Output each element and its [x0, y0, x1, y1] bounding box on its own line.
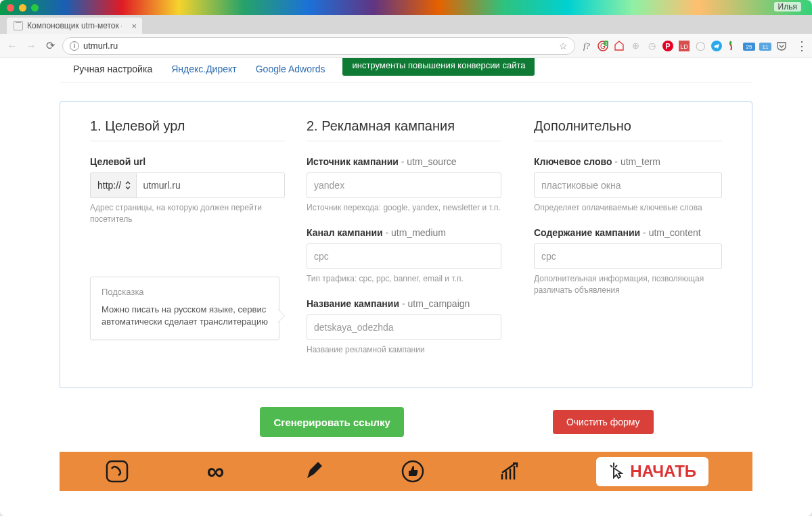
growth-chart-icon	[498, 458, 525, 485]
field-target-url: Целевой url http:// Адрес страницы, на к…	[90, 156, 285, 225]
conversion-tools-button[interactable]: инструменты повышения конверсии сайта	[342, 58, 535, 76]
section-title-2: 2. Рекламная кампания	[307, 118, 501, 141]
svg-text:11: 11	[763, 44, 769, 50]
url-text: utmurl.ru	[83, 41, 559, 51]
medium-hint: Тип трафика: cpc, ppc, banner, email и т…	[307, 273, 501, 285]
column-additional: Дополнительно Ключевое слово - utm_term …	[512, 118, 733, 369]
campaign-label: Название кампании	[307, 298, 399, 309]
clear-form-button[interactable]: Очистить форму	[553, 410, 654, 434]
infinity-icon: ∞	[202, 458, 229, 485]
browser-window: Илья Компоновщик utm-меток — г × ← → ⟳ i…	[0, 0, 812, 516]
medium-param: - utm_medium	[383, 227, 446, 238]
form-actions: Сгенерировать ссылку Очистить форму	[60, 407, 752, 437]
extension-icon[interactable]: 11	[759, 40, 771, 52]
protocol-select[interactable]: http://	[90, 172, 136, 198]
tooltip-body: Можно писать на русском языке, сервис ав…	[102, 304, 268, 329]
medium-label: Канал кампании	[307, 227, 383, 238]
extension-icon[interactable]: ⊕	[629, 40, 641, 52]
extension-icon[interactable]: f?	[581, 40, 593, 52]
banner-square-icon	[104, 458, 131, 485]
extension-icon[interactable]	[727, 40, 739, 52]
back-button[interactable]: ←	[5, 40, 19, 52]
address-bar[interactable]: i utmurl.ru ☆	[62, 37, 575, 55]
thumbs-up-icon	[399, 458, 426, 485]
section-title-3: Дополнительно	[534, 118, 722, 141]
promo-banner[interactable]: ∞ НАЧАТЬ	[60, 452, 752, 491]
window-minimize-button[interactable]	[19, 4, 26, 11]
extension-icon[interactable]: 25	[743, 40, 755, 52]
banner-start-button[interactable]: НАЧАТЬ	[596, 457, 708, 486]
browser-toolbar: ← → ⟳ i utmurl.ru ☆ f? G1 ⊕ ◷ P LD ◯ 25 …	[0, 34, 812, 58]
campaign-param: - utm_campaign	[399, 298, 470, 309]
utm-campaign-input[interactable]	[307, 314, 501, 340]
term-param: - utm_term	[612, 156, 660, 167]
translit-tooltip: Подсказка Можно писать на русском языке,…	[90, 277, 279, 341]
extension-icon[interactable]	[613, 40, 625, 52]
telegram-icon[interactable]	[710, 40, 723, 52]
tab-title: Компоновщик utm-меток — г	[27, 21, 122, 30]
svg-text:P: P	[665, 42, 670, 50]
column-target-url: 1. Целевой урл Целевой url http://	[79, 118, 296, 369]
banner-start-label: НАЧАТЬ	[630, 462, 696, 481]
tab-close-icon[interactable]: ×	[131, 21, 137, 31]
tabs-separator	[60, 82, 752, 83]
column-campaign: 2. Рекламная кампания Источник кампании …	[296, 118, 512, 369]
browser-tabbar: Компоновщик utm-меток — г ×	[0, 15, 812, 34]
browser-tab[interactable]: Компоновщик utm-меток — г ×	[7, 18, 142, 34]
field-utm-content: Содержание кампании - utm_content Дополн…	[534, 227, 722, 296]
pencil-icon	[300, 458, 328, 485]
extension-icons: f? G1 ⊕ ◷ P LD ◯ 25 11	[581, 40, 790, 52]
term-hint: Определяет оплачиваемые ключевые слова	[534, 202, 722, 214]
source-hint: Источник перехода: google, yandex, newsl…	[307, 202, 501, 214]
page-favicon-icon	[14, 21, 23, 30]
chevron-updown-icon	[125, 181, 131, 190]
section-title-1: 1. Целевой урл	[90, 118, 285, 141]
utm-form: 1. Целевой урл Целевой url http://	[60, 101, 752, 388]
cursor-click-icon	[608, 461, 623, 482]
svg-text:25: 25	[746, 44, 752, 50]
window-maximize-button[interactable]	[31, 4, 39, 11]
extension-icon[interactable]: G1	[597, 40, 609, 52]
target-url-hint: Адрес страницы, на которую должен перейт…	[90, 202, 285, 225]
utm-medium-input[interactable]	[307, 243, 501, 269]
field-utm-source: Источник кампании - utm_source Источник …	[307, 156, 501, 214]
extension-icon[interactable]: ◯	[694, 40, 706, 52]
target-url-input[interactable]	[136, 172, 286, 198]
extension-icon[interactable]: ◷	[646, 40, 658, 52]
source-param: - utm_source	[399, 156, 457, 167]
content-param: - utm_content	[640, 227, 701, 238]
page-viewport: Ручная настройка Яндекс.Директ Google Ad…	[0, 58, 812, 516]
field-utm-campaign: Название кампании - utm_campaign Названи…	[307, 298, 501, 356]
source-label: Источник кампании	[307, 156, 399, 167]
utm-source-input[interactable]	[307, 172, 501, 198]
protocol-value: http://	[97, 180, 121, 191]
reload-button[interactable]: ⟳	[43, 39, 57, 52]
browser-menu-icon[interactable]: ⋮	[796, 39, 807, 53]
content-hint: Дополнительная информация, позволяющая р…	[534, 273, 722, 296]
pocket-icon[interactable]	[775, 40, 788, 52]
traffic-lights	[0, 4, 39, 11]
utm-term-input[interactable]	[534, 172, 722, 198]
tab-google-adwords[interactable]: Google Adwords	[246, 60, 335, 82]
macos-titlebar: Илья	[0, 0, 812, 15]
bookmark-star-icon[interactable]: ☆	[559, 41, 568, 51]
svg-text:LD: LD	[680, 43, 688, 50]
profile-name[interactable]: Илья	[774, 2, 801, 11]
target-url-label: Целевой url	[90, 156, 145, 167]
svg-rect-13	[107, 461, 127, 482]
tab-manual[interactable]: Ручная настройка	[64, 60, 162, 82]
content-label: Содержание кампании	[534, 227, 640, 238]
campaign-hint: Название рекламной кампании	[307, 344, 501, 356]
utm-content-input[interactable]	[534, 243, 722, 269]
tab-yandex-direct[interactable]: Яндекс.Директ	[162, 60, 246, 82]
tooltip-title: Подсказка	[102, 287, 268, 297]
site-info-icon[interactable]: i	[70, 41, 79, 51]
pinterest-icon[interactable]: P	[662, 40, 674, 52]
window-close-button[interactable]	[7, 4, 14, 11]
generate-link-button[interactable]: Сгенерировать ссылку	[260, 407, 404, 437]
field-utm-medium: Канал кампании - utm_medium Тип трафика:…	[307, 227, 501, 285]
forward-button[interactable]: →	[24, 40, 38, 52]
term-label: Ключевое слово	[534, 156, 612, 167]
extension-icon[interactable]: LD	[678, 40, 690, 52]
field-utm-term: Ключевое слово - utm_term Определяет опл…	[534, 156, 722, 214]
